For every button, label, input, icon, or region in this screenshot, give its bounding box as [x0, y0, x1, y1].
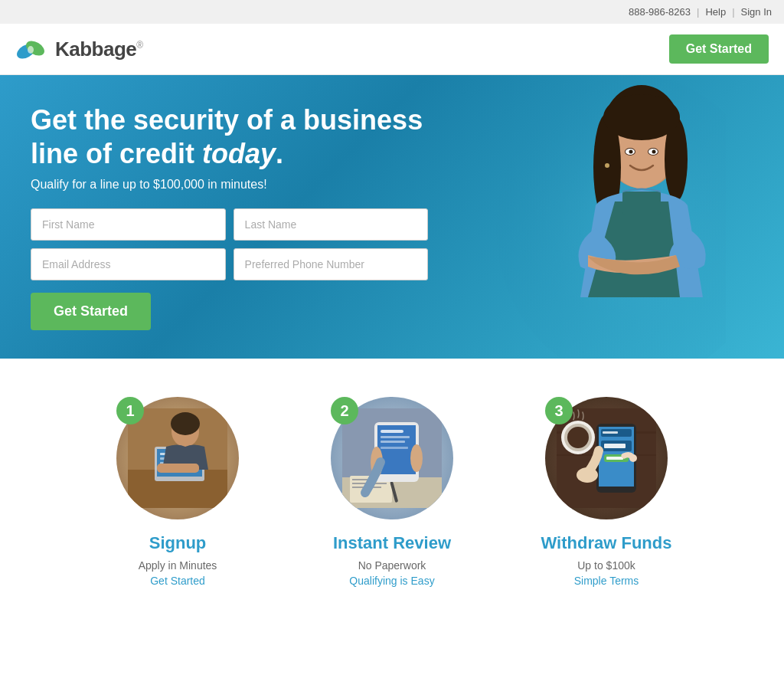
svg-rect-56 [606, 457, 623, 460]
step-2-desc: No Paperwork [358, 559, 426, 572]
separator-1: | [697, 6, 699, 18]
hero-form-row-2 [31, 248, 428, 280]
svg-point-58 [629, 454, 637, 462]
svg-point-2 [28, 46, 34, 54]
step-1-circle-wrap: 1 [116, 397, 239, 519]
step-3-badge: 3 [545, 397, 573, 424]
logo-text-wrap: Kabbage® [55, 38, 143, 61]
hero-headline: Get the security of a business line of c… [31, 103, 428, 169]
hero-subheadline: Qualify for a line up to $100,000 in min… [31, 178, 428, 192]
svg-rect-39 [381, 441, 405, 443]
step-1-person-icon [128, 408, 227, 508]
svg-rect-52 [603, 431, 618, 434]
header: Kabbage® Get Started [0, 24, 784, 75]
step-1-badge: 1 [116, 397, 144, 424]
svg-point-9 [603, 94, 680, 140]
svg-point-42 [410, 444, 423, 472]
step-2-title: Instant Review [333, 533, 451, 553]
hero-form-row-1 [31, 208, 428, 241]
svg-rect-38 [381, 436, 410, 438]
hero-get-started-button[interactable]: Get Started [31, 293, 151, 330]
hero-italic: today [202, 138, 276, 169]
step-3-phone-icon [557, 408, 656, 508]
steps-section: 1 [0, 359, 784, 618]
logo-name: Kabbage® [55, 38, 143, 61]
hero-section: Get the security of a business line of c… [0, 75, 784, 359]
svg-point-57 [577, 467, 598, 483]
phone-number: 888-986-8263 [629, 6, 691, 18]
help-link[interactable]: Help [705, 6, 726, 18]
step-3-link[interactable]: Simple Terms [574, 575, 639, 587]
step-2-circle-wrap: 2 [331, 397, 453, 519]
separator-2: | [732, 6, 734, 18]
logo-trademark: ® [136, 40, 142, 51]
step-3-circle-wrap: 3 [545, 397, 668, 519]
logo-icon [15, 34, 47, 64]
top-bar: 888-986-8263 | Help | Sign In [0, 0, 784, 24]
step-2-link[interactable]: Qualifying is Easy [349, 575, 434, 587]
step-1-title: Signup [149, 533, 207, 553]
header-get-started-button[interactable]: Get Started [669, 34, 769, 64]
svg-point-17 [605, 163, 609, 168]
svg-point-48 [567, 427, 589, 448]
first-name-input[interactable] [31, 208, 226, 241]
svg-rect-16 [622, 192, 661, 215]
hero-form: Get Started [31, 208, 428, 330]
logo: Kabbage® [15, 34, 143, 64]
step-3: 3 [522, 397, 691, 587]
email-input[interactable] [31, 248, 226, 280]
svg-rect-40 [381, 447, 408, 449]
hero-image [423, 75, 784, 359]
svg-point-14 [629, 150, 633, 154]
step-1: 1 [93, 397, 262, 587]
hero-person-illustration [481, 75, 726, 359]
svg-point-15 [652, 150, 656, 154]
svg-rect-37 [381, 430, 403, 433]
step-2-badge: 2 [331, 397, 358, 424]
svg-rect-54 [604, 444, 626, 448]
svg-point-26 [171, 412, 200, 435]
hero-content: Get the security of a business line of c… [31, 103, 428, 329]
step-1-link[interactable]: Get Started [150, 575, 205, 587]
step-1-desc: Apply in Minutes [139, 559, 217, 572]
svg-rect-27 [157, 464, 199, 473]
step-2: 2 [308, 397, 476, 587]
phone-input[interactable] [234, 248, 429, 280]
signin-link[interactable]: Sign In [741, 6, 772, 18]
step-3-desc: Up to $100k [577, 559, 635, 572]
step-3-title: Withdraw Funds [541, 533, 672, 553]
step-2-tablet-icon [342, 408, 442, 508]
last-name-input[interactable] [234, 208, 429, 241]
